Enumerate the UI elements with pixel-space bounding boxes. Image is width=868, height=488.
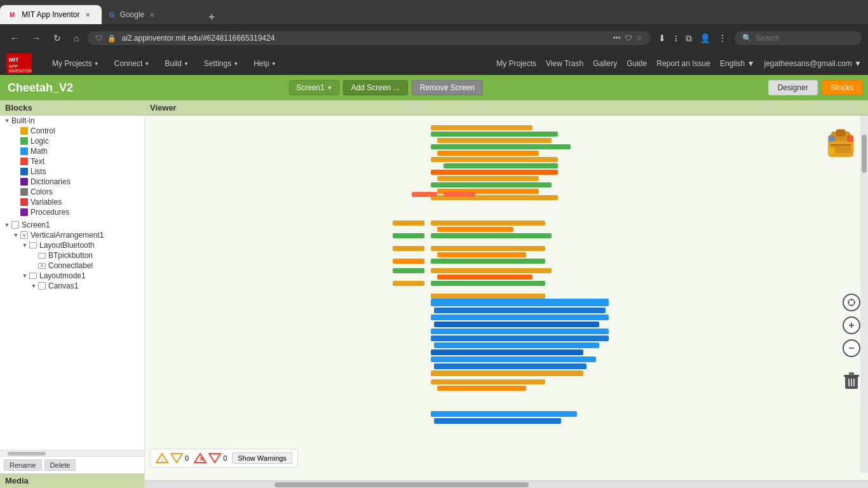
delete-button[interactable]: Delete (44, 459, 76, 471)
sidebar-scrollbar-h[interactable] (0, 450, 144, 456)
mit-tab-close[interactable]: ✕ (85, 11, 90, 18)
url-more-button[interactable]: ••• (613, 34, 621, 43)
canvas1-item[interactable]: ▼ Canvas1 (0, 281, 144, 291)
url-bar[interactable]: 🛡 🔒 ai2.appinventor.mit.edu/#62481166653… (88, 31, 651, 45)
nav-settings[interactable]: Settings ▼ (196, 57, 246, 71)
blocks-tree[interactable]: ▼ Built-in Control Logic Math (0, 116, 144, 450)
layout-bluetooth-item[interactable]: ▼ LayoutBluetooth (0, 240, 144, 250)
screen1-label: Screen1 (22, 220, 50, 229)
lists-item[interactable]: Lists (0, 166, 144, 177)
screen1-section[interactable]: ▼ Screen1 (0, 220, 144, 230)
svg-rect-9 (829, 135, 835, 142)
sidebar-actions: Rename Delete (0, 457, 144, 473)
split-view-button[interactable]: ⧉ (683, 30, 695, 46)
reload-button[interactable]: ↻ (50, 31, 65, 45)
forward-button[interactable]: → (28, 31, 44, 45)
profile-button[interactable]: 👤 (697, 30, 713, 46)
svg-rect-55 (393, 259, 424, 264)
canvas1-label: Canvas1 (48, 281, 78, 290)
download-button[interactable]: ⬇ (656, 30, 668, 46)
nav-user-email[interactable]: jegatheesans@gmail.com ▼ (764, 59, 862, 68)
svg-rect-53 (393, 233, 424, 238)
layout-mode-item[interactable]: ▼ Layoutmode1 (0, 271, 144, 281)
google-tab-close[interactable]: ✕ (149, 11, 154, 18)
remove-screen-button[interactable]: Remove Screen (412, 80, 483, 95)
vertical-arrangement-item[interactable]: ▼ V VerticalArrangement1 (0, 230, 144, 240)
procedures-item[interactable]: Procedures (0, 207, 144, 217)
top-nav-right: My Projects View Trash Gallery Guide Rep… (496, 59, 862, 68)
designer-button[interactable]: Designer (768, 80, 818, 95)
nav-guide[interactable]: Guide (627, 59, 647, 68)
backpack[interactable] (820, 122, 862, 165)
built-in-toggle[interactable]: ▼ (3, 116, 11, 125)
nav-help[interactable]: Help ▼ (246, 57, 284, 71)
svg-rect-65 (849, 372, 854, 376)
built-in-section[interactable]: ▼ Built-in (0, 116, 144, 126)
variables-item[interactable]: Variables (0, 197, 144, 207)
bookmarks-button[interactable]: ⫶ (671, 30, 681, 46)
svg-rect-20 (437, 176, 539, 181)
svg-rect-47 (431, 370, 583, 376)
bookmark-button[interactable]: ☆ (636, 34, 643, 43)
shield-button[interactable]: 🛡 (625, 34, 632, 43)
center-button[interactable] (843, 294, 860, 311)
nav-build[interactable]: Build ▼ (157, 57, 196, 71)
nav-myprojects-right[interactable]: My Projects (496, 59, 536, 68)
connect-label-item[interactable]: A Connectlabel (0, 261, 144, 271)
search-bar[interactable]: 🔍 (735, 31, 862, 45)
new-tab-button[interactable]: + (203, 11, 220, 24)
show-warnings-button[interactable]: Show Warnings (232, 452, 292, 464)
svg-rect-56 (393, 268, 424, 273)
screen-selector[interactable]: Screen1 ▼ (289, 80, 339, 95)
svg-rect-38 (434, 308, 606, 313)
math-item[interactable]: Math (0, 146, 144, 156)
colors-icon (20, 188, 28, 196)
nav-myprojects[interactable]: My Projects ▼ (44, 57, 107, 71)
extensions-button[interactable]: ⋮ (715, 30, 729, 46)
control-item[interactable]: Control (0, 126, 144, 136)
connect-arrow: ▼ (144, 61, 149, 67)
rename-button[interactable]: Rename (4, 459, 42, 471)
screen1-toggle[interactable]: ▼ (3, 220, 11, 229)
svg-rect-15 (431, 144, 571, 149)
zoom-out-button[interactable]: − (843, 339, 860, 357)
zoom-in-icon: + (848, 320, 854, 331)
blocks-button[interactable]: Blocks (822, 80, 863, 95)
zoom-in-button[interactable]: + (843, 316, 860, 334)
viewer-content[interactable]: + − (145, 116, 868, 480)
svg-rect-39 (431, 315, 609, 320)
svg-rect-48 (431, 379, 545, 384)
nav-menu: My Projects ▼ Connect ▼ Build ▼ Settings… (44, 57, 284, 71)
viewer-scrollbar-horizontal[interactable] (145, 480, 868, 488)
svg-text:!: ! (161, 457, 163, 463)
nav-gallery[interactable]: Gallery (593, 59, 617, 68)
sidebar-bottom: Rename Delete Media (0, 456, 144, 488)
logic-item[interactable]: Logic (0, 136, 144, 146)
blocks-sidebar: Blocks ▼ Built-in Control Logic Math (0, 100, 145, 488)
nav-reportissue[interactable]: Report an Issue (656, 59, 710, 68)
error-count: 0 (223, 454, 227, 462)
dictionaries-item[interactable]: Dictionaries (0, 177, 144, 187)
back-button[interactable]: ← (6, 31, 23, 45)
google-tab-label: Google (120, 10, 145, 19)
nav-english[interactable]: English ▼ (720, 59, 755, 68)
viewer-scrollbar-vertical[interactable] (860, 116, 868, 473)
text-label: Text (31, 157, 44, 166)
add-screen-button[interactable]: Add Screen ... (343, 80, 408, 95)
nav-viewtrash[interactable]: View Trash (546, 59, 583, 68)
trash-button[interactable] (843, 372, 860, 390)
nav-connect[interactable]: Connect ▼ (107, 57, 158, 71)
svg-rect-14 (437, 138, 552, 143)
viewer-scrollbar-v-thumb (862, 135, 867, 173)
home-button[interactable]: ⌂ (70, 31, 83, 45)
bt-pick-button-item[interactable]: BTpickbutton (0, 250, 144, 261)
text-item[interactable]: Text (0, 156, 144, 166)
math-label: Math (31, 147, 48, 156)
google-tab[interactable]: G Google ✕ (102, 5, 203, 24)
mit-app-inventor-tab[interactable]: M MIT App Inventor ✕ (0, 5, 102, 24)
svg-rect-12 (431, 125, 532, 130)
error-triangle-up-icon: ✕ (194, 452, 207, 464)
svg-rect-35 (431, 294, 545, 299)
colors-item[interactable]: Colors (0, 187, 144, 197)
search-input[interactable] (756, 34, 851, 43)
